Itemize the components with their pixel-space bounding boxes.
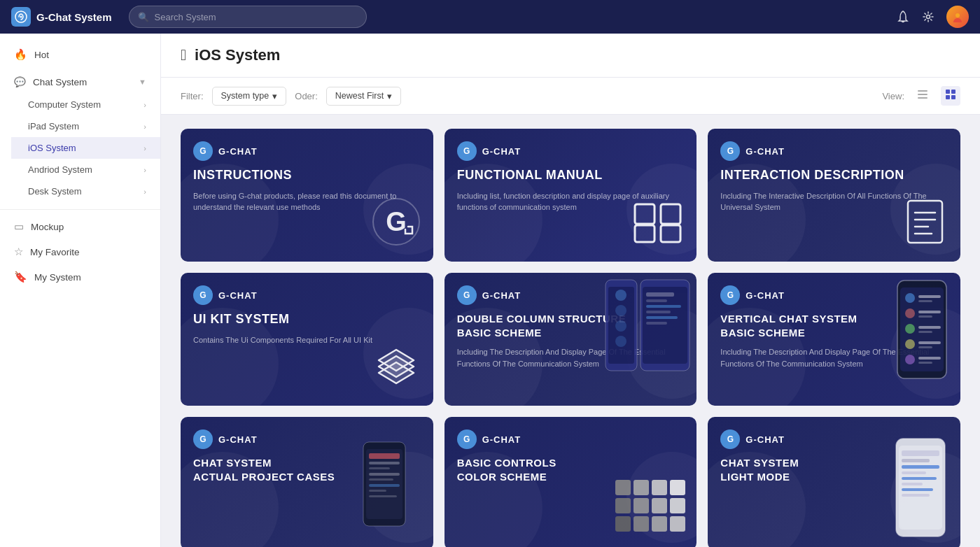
svg-rect-66 bbox=[670, 480, 685, 495]
cards-grid: G G-CHAT INSTRUCTIONS Before using G-cha… bbox=[181, 129, 960, 547]
top-navigation: G-Chat System 🔍 bbox=[0, 0, 980, 34]
card-brand-icon-8: G bbox=[457, 429, 477, 449]
svg-rect-62 bbox=[369, 495, 397, 497]
svg-rect-80 bbox=[902, 471, 926, 474]
sidebar-item-ipad[interactable]: iPad System › bbox=[11, 115, 160, 137]
user-avatar[interactable] bbox=[946, 6, 969, 28]
apple-logo-icon:  bbox=[181, 46, 186, 64]
list-view-button[interactable] bbox=[913, 86, 932, 106]
card-double-column[interactable]: G G-CHAT DOUBLE COLUMN STRUCTUREBASIC SC… bbox=[444, 273, 697, 406]
card-interaction[interactable]: G G-CHAT INTERACTION DESCRIPTION Includi… bbox=[708, 129, 960, 262]
card-desc-4: Contains The Ui Components Required For … bbox=[193, 334, 421, 346]
brand-logo[interactable]: G-Chat System bbox=[11, 7, 112, 27]
card-title-1: INSTRUCTIONS bbox=[193, 168, 421, 183]
svg-rect-15 bbox=[635, 225, 654, 242]
view-label: View: bbox=[882, 91, 904, 101]
svg-rect-67 bbox=[615, 498, 631, 513]
svg-rect-72 bbox=[634, 516, 649, 532]
card-icon-grid bbox=[631, 201, 684, 249]
svg-rect-40 bbox=[918, 300, 932, 302]
card-brand-icon-5: G bbox=[457, 285, 477, 305]
sidebar-item-hot[interactable]: 🔥 Hot bbox=[0, 42, 160, 67]
chevron-right-icon: › bbox=[144, 101, 146, 109]
brand-name: G-Chat System bbox=[36, 11, 112, 23]
svg-rect-46 bbox=[918, 331, 932, 333]
settings-icon[interactable] bbox=[921, 10, 935, 24]
sidebar-item-mockup[interactable]: ▭ Mockup bbox=[0, 214, 160, 239]
fire-icon: 🔥 bbox=[14, 48, 27, 61]
svg-rect-65 bbox=[652, 480, 667, 495]
notifications-icon[interactable] bbox=[896, 10, 910, 24]
card-brand-icon-3: G bbox=[720, 141, 740, 161]
svg-rect-76 bbox=[899, 446, 942, 530]
svg-rect-60 bbox=[369, 484, 400, 487]
svg-rect-69 bbox=[652, 498, 667, 513]
chevron-right-icon: › bbox=[144, 144, 146, 152]
svg-rect-77 bbox=[902, 450, 939, 456]
sidebar-item-computer[interactable]: Computer System › bbox=[11, 94, 160, 115]
svg-rect-9 bbox=[946, 95, 950, 99]
svg-rect-17 bbox=[908, 201, 942, 243]
filter-type-button[interactable]: System type ▾ bbox=[212, 87, 287, 106]
svg-rect-57 bbox=[369, 467, 390, 469]
nav-icons bbox=[896, 6, 969, 28]
sidebar-android-label: Andriod System bbox=[28, 164, 92, 175]
sidebar-item-desk[interactable]: Desk System › bbox=[11, 180, 160, 202]
card-brand-4: G G-CHAT bbox=[193, 285, 421, 305]
filter-dropdown-icon: ▾ bbox=[272, 91, 277, 101]
svg-rect-28 bbox=[646, 316, 678, 319]
card-functional-manual[interactable]: G G-CHAT FUNCTIONAL MANUAL Including lis… bbox=[444, 129, 697, 262]
card-brand-name-8: G-CHAT bbox=[482, 434, 522, 445]
svg-rect-63 bbox=[615, 480, 631, 495]
search-bar[interactable]: 🔍 bbox=[129, 6, 367, 28]
card-brand-2: G G-CHAT bbox=[457, 141, 685, 161]
filter-type-label: System type bbox=[221, 91, 270, 101]
svg-rect-51 bbox=[918, 357, 941, 360]
svg-rect-10 bbox=[951, 95, 955, 99]
svg-rect-73 bbox=[652, 516, 667, 532]
sidebar-item-favorite[interactable]: ☆ My Favorite bbox=[0, 239, 160, 264]
order-button[interactable]: Newest First ▾ bbox=[326, 87, 401, 106]
svg-point-47 bbox=[905, 339, 915, 349]
card-light-mode[interactable]: G G-CHAT CHAT SYSTEMLIGHT MODE bbox=[708, 417, 960, 547]
sidebar-item-ios[interactable]: iOS System › bbox=[11, 137, 160, 159]
svg-rect-43 bbox=[918, 315, 932, 318]
card-icon-layers bbox=[372, 348, 421, 393]
card-instructions[interactable]: G G-CHAT INSTRUCTIONS Before using G-cha… bbox=[181, 129, 433, 262]
sidebar-chat-label: Chat System bbox=[33, 77, 87, 87]
card-phone-screenshot bbox=[598, 273, 696, 406]
svg-rect-59 bbox=[369, 478, 393, 481]
svg-rect-16 bbox=[661, 225, 680, 242]
sidebar-item-android[interactable]: Andriod System › bbox=[11, 159, 160, 180]
sidebar-desk-label: Desk System bbox=[28, 186, 82, 197]
svg-rect-8 bbox=[951, 90, 955, 94]
card-title-2: FUNCTIONAL MANUAL bbox=[457, 168, 685, 183]
card-brand-name-1: G-CHAT bbox=[218, 146, 258, 157]
grid-view-button[interactable] bbox=[941, 86, 960, 106]
card-ui-kit[interactable]: G G-CHAT UI KIT SYSTEM Contains The Ui C… bbox=[181, 273, 433, 406]
svg-point-33 bbox=[615, 305, 626, 316]
chevron-right-icon: › bbox=[144, 187, 146, 196]
bookmark-icon: 🔖 bbox=[14, 271, 27, 283]
search-input[interactable] bbox=[155, 12, 358, 22]
svg-point-1 bbox=[20, 16, 22, 18]
filter-label: Filter: bbox=[181, 91, 204, 101]
star-icon: ☆ bbox=[14, 246, 23, 258]
svg-point-41 bbox=[905, 308, 915, 318]
svg-point-38 bbox=[905, 293, 915, 303]
card-color-scheme[interactable]: G G-CHAT BASIC CONTROLSCOLOR SCHEME bbox=[444, 417, 697, 547]
sidebar-section-chat: 💬 Chat System ▼ Computer System › iPad S… bbox=[0, 67, 160, 205]
card-brand-name-9: G-CHAT bbox=[746, 434, 785, 445]
order-dropdown-icon: ▾ bbox=[387, 91, 392, 101]
card-brand-icon-6: G bbox=[720, 285, 740, 305]
svg-rect-26 bbox=[646, 305, 681, 308]
page-title: iOS System bbox=[195, 46, 280, 64]
sidebar-mockup-label: Mockup bbox=[31, 222, 64, 232]
sidebar-item-my-system[interactable]: 🔖 My System bbox=[0, 264, 160, 290]
sidebar-item-chat-system[interactable]: 💬 Chat System ▼ bbox=[0, 70, 160, 94]
svg-point-34 bbox=[615, 320, 626, 332]
card-vertical-chat[interactable]: G G-CHAT VERTICAL CHAT SYSTEMBASIC SCHEM… bbox=[708, 273, 960, 406]
card-icon-cases bbox=[349, 435, 433, 547]
card-chat-cases[interactable]: G G-CHAT CHAT SYSTEMACTUAL PROJECT CASES bbox=[181, 417, 433, 547]
svg-point-32 bbox=[615, 290, 626, 301]
